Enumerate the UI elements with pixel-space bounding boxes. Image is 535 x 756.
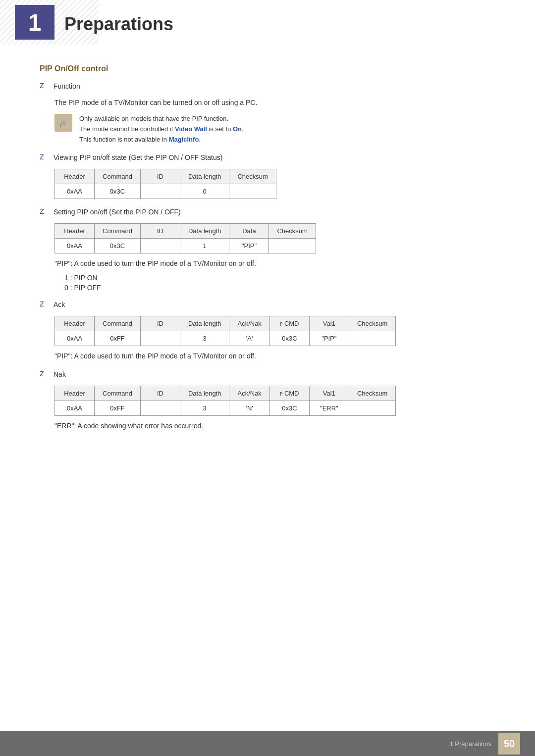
col-header-command: Command xyxy=(95,224,141,239)
col-header-command: Command xyxy=(95,386,141,401)
table-row: 0xAA 0xFF 3 'A' 0x3C "PIP" xyxy=(55,331,396,346)
note-icon xyxy=(54,114,72,132)
footer-label: 1 Preparations xyxy=(449,740,491,748)
col-header-id: ID xyxy=(140,169,180,184)
cell-command: 0x3C xyxy=(95,184,141,199)
note-line-2: The mode cannot be controlled if Video W… xyxy=(79,124,244,135)
main-content: PIP On/Off control z Function The PIP mo… xyxy=(0,45,535,476)
table-view: Header Command ID Data length Checksum 0… xyxy=(54,169,276,199)
bullet-label-nak: Nak xyxy=(54,369,66,380)
bullet-set: z Setting PIP on/off (Set the PIP ON / O… xyxy=(40,207,495,217)
table-nak: Header Command ID Data length Ack/Nak r-… xyxy=(54,386,396,416)
svg-marker-2 xyxy=(60,126,61,128)
table-row: 0xAA 0x3C 1 "PIP" xyxy=(55,239,316,253)
pencil-icon xyxy=(58,117,69,128)
bullet-dot-4: z xyxy=(40,299,48,309)
bullet-dot-1: z xyxy=(40,80,48,91)
table-ack: Header Command ID Data length Ack/Nak r-… xyxy=(54,316,396,346)
col-header-header: Header xyxy=(55,386,95,401)
pip-off: 0 : PIP OFF xyxy=(64,284,495,292)
cell-checksum xyxy=(229,184,276,199)
cell-id xyxy=(140,239,180,253)
pip-on: 1 : PIP ON xyxy=(64,274,495,282)
note-highlight-magicinfo: MagicInfo xyxy=(169,136,199,143)
col-header-id: ID xyxy=(140,316,180,331)
note-highlight-on: On xyxy=(233,125,242,133)
cell-id xyxy=(140,401,180,416)
bullet-ack: z Ack xyxy=(40,300,495,310)
cell-acknak: 'N' xyxy=(229,401,269,416)
bullet-dot-3: z xyxy=(40,206,48,216)
col-header-header: Header xyxy=(55,316,95,331)
col-header-checksum: Checksum xyxy=(269,224,316,239)
table-row: 0xAA 0x3C 0 xyxy=(55,184,276,199)
col-header-val1: Val1 xyxy=(309,386,349,401)
cell-id xyxy=(140,331,180,346)
cell-datalength: 1 xyxy=(180,239,229,253)
note-content: Only available on models that have the P… xyxy=(79,114,244,145)
cell-command: 0xFF xyxy=(95,331,141,346)
table-view-container: Header Command ID Data length Checksum 0… xyxy=(54,169,495,199)
bullet-dot-5: z xyxy=(40,368,48,379)
cell-header: 0xAA xyxy=(55,239,95,253)
cell-header: 0xAA xyxy=(55,184,95,199)
table-set: Header Command ID Data length Data Check… xyxy=(54,223,316,253)
svg-rect-3 xyxy=(61,119,66,121)
function-description: The PIP mode of a TV/Monitor can be turn… xyxy=(54,98,495,108)
col-header-rcmd: r-CMD xyxy=(269,386,309,401)
bullet-view: z Viewing PIP on/off state (Get the PIP … xyxy=(40,152,495,163)
nak-desc: "ERR": A code showing what error has occ… xyxy=(54,421,495,431)
cell-checksum xyxy=(269,239,316,253)
ack-desc: "PIP": A code used to turn the PIP mode … xyxy=(54,351,495,361)
col-header-datalength: Data length xyxy=(180,386,229,401)
col-header-checksum: Checksum xyxy=(349,316,395,331)
cell-acknak: 'A' xyxy=(229,331,269,346)
chapter-title: Preparations xyxy=(64,14,173,35)
cell-rcmd: 0x3C xyxy=(269,331,309,346)
cell-checksum xyxy=(349,401,395,416)
bullet-label-set: Setting PIP on/off (Set the PIP ON / OFF… xyxy=(54,207,181,217)
col-header-id: ID xyxy=(140,386,180,401)
cell-data: "PIP" xyxy=(229,239,269,253)
cell-header: 0xAA xyxy=(55,331,95,346)
col-header-id: ID xyxy=(140,224,180,239)
bullet-label-function: Function xyxy=(54,81,80,92)
cell-datalength: 3 xyxy=(180,331,229,346)
col-header-acknak: Ack/Nak xyxy=(229,386,269,401)
cell-datalength: 0 xyxy=(180,184,229,199)
top-bar: 1 Preparations xyxy=(0,0,535,45)
pip-code-desc: "PIP": A code used to turn the PIP mode … xyxy=(54,258,495,269)
col-header-header: Header xyxy=(55,224,95,239)
cell-rcmd: 0x3C xyxy=(269,401,309,416)
table-row: 0xAA 0xFF 3 'N' 0x3C "ERR" xyxy=(55,401,396,416)
note-box: Only available on models that have the P… xyxy=(54,114,495,145)
table-set-container: Header Command ID Data length Data Check… xyxy=(54,223,495,253)
table-ack-container: Header Command ID Data length Ack/Nak r-… xyxy=(54,316,495,346)
table-nak-container: Header Command ID Data length Ack/Nak r-… xyxy=(54,386,495,416)
bullet-label-view: Viewing PIP on/off state (Get the PIP ON… xyxy=(54,152,222,163)
col-header-acknak: Ack/Nak xyxy=(229,316,269,331)
cell-val1: "PIP" xyxy=(309,331,349,346)
col-header-checksum: Checksum xyxy=(229,169,276,184)
footer-page: 50 xyxy=(498,733,520,755)
col-header-val1: Val1 xyxy=(309,316,349,331)
chapter-number: 1 xyxy=(28,9,42,36)
bullet-nak: z Nak xyxy=(40,369,495,380)
note-highlight-videowall: Video Wall xyxy=(175,125,207,133)
cell-id xyxy=(140,184,180,199)
col-header-command: Command xyxy=(95,316,141,331)
col-header-datalength: Data length xyxy=(180,316,229,331)
cell-command: 0x3C xyxy=(95,239,141,253)
cell-checksum xyxy=(349,331,395,346)
note-line-3: This function is not available in MagicI… xyxy=(79,135,244,145)
cell-command: 0xFF xyxy=(95,401,141,416)
section-title: PIP On/Off control xyxy=(40,64,495,73)
cell-header: 0xAA xyxy=(55,401,95,416)
col-header-rcmd: r-CMD xyxy=(269,316,309,331)
footer: 1 Preparations 50 xyxy=(0,731,535,756)
col-header-data: Data xyxy=(229,224,269,239)
cell-datalength: 3 xyxy=(180,401,229,416)
bullet-label-ack: Ack xyxy=(54,300,65,310)
bullet-function: z Function xyxy=(40,81,495,92)
col-header-checksum: Checksum xyxy=(349,386,395,401)
